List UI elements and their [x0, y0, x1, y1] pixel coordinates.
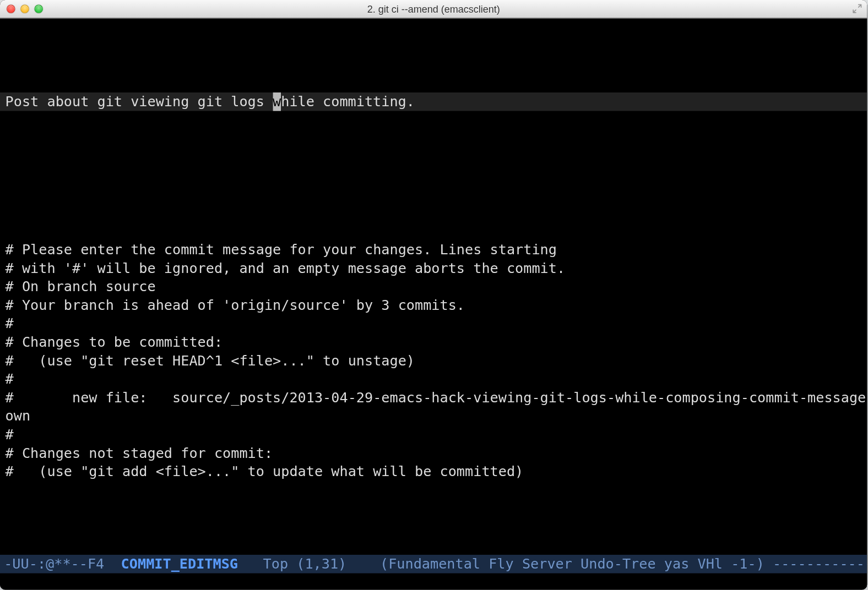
comment-line: # Changes to be committed:: [0, 333, 867, 352]
minimize-button[interactable]: [20, 4, 29, 13]
maximize-icon[interactable]: [853, 4, 862, 13]
commit-text-before: Post about git viewing git logs: [6, 94, 273, 110]
blank-line: [0, 148, 867, 167]
editor-area[interactable]: Post about git viewing git logs while co…: [0, 19, 867, 590]
comment-line: #: [0, 314, 867, 333]
comment-line: # Please enter the commit message for yo…: [0, 241, 867, 259]
comment-line: # with '#' will be ignored, and an empty…: [0, 259, 867, 277]
commit-text-after: hile committing.: [281, 94, 415, 110]
zoom-button[interactable]: [34, 4, 43, 13]
comment-line: #: [0, 425, 867, 444]
window-title: 2. git ci --amend (emacsclient): [367, 3, 500, 14]
commit-comment-block: # Please enter the commit message for yo…: [0, 241, 867, 481]
modeline-commit[interactable]: -UU-:@**--F4 COMMIT_EDITMSG Top (1,31) (…: [0, 555, 867, 573]
commit-message-line[interactable]: Post about git viewing git logs while co…: [0, 92, 867, 111]
close-button[interactable]: [7, 4, 15, 13]
titlebar[interactable]: 2. git ci --amend (emacsclient): [0, 0, 867, 19]
comment-line: # (use "git reset HEAD^1 <file>..." to u…: [0, 351, 867, 370]
traffic-lights: [7, 4, 43, 13]
comment-line: # new file: source/_posts/2013-04-29-ema…: [0, 389, 867, 407]
comment-line: # Your branch is ahead of 'origin/source…: [0, 296, 867, 315]
comment-line: # Changes not staged for commit:: [0, 444, 867, 462]
comment-line: # On branch source: [0, 277, 867, 296]
buffer-name: COMMIT_EDITMSG: [121, 556, 238, 572]
modeline-left: -UU-:@**--F4: [4, 556, 121, 572]
cursor: w: [273, 92, 281, 111]
comment-line: # (use "git add <file>..." to update wha…: [0, 462, 867, 481]
comment-line: own: [0, 407, 867, 425]
emacs-window: 2. git ci --amend (emacsclient) Post abo…: [0, 0, 867, 590]
modeline-modes: (Fundamental Fly Server Undo-Tree yas VH…: [380, 556, 867, 572]
comment-line: #: [0, 370, 867, 389]
modeline-pos: Top (1,31): [238, 556, 380, 572]
